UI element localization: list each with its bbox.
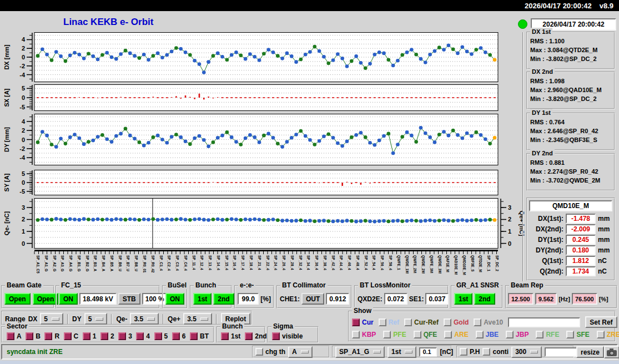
show-gold-checkbox[interactable]: Gold [444, 318, 469, 326]
charge-plot[interactable]: 3210Qe- [nC]3210Qe+ [nC] [0, 198, 525, 249]
bunch-select[interactable]: 1st [387, 346, 416, 358]
sector-a-checkbox[interactable]: A [7, 332, 22, 340]
range-dy-select[interactable]: 5 [84, 313, 108, 325]
show-kbp-checkbox[interactable]: KBP [352, 331, 376, 338]
bunch-1st-checkbox[interactable]: 1st [221, 332, 240, 340]
sy-steering-plot[interactable]: 50-5SY [A] [0, 170, 525, 195]
status-led-icon [518, 19, 527, 29]
fc15-on-button[interactable]: ON [59, 293, 78, 305]
che1-state-button[interactable]: OUT [301, 293, 324, 305]
show-cur-ref-checkbox[interactable]: Cur-Ref [404, 318, 439, 326]
busel-on-button[interactable]: ON [165, 293, 184, 305]
svg-text:SP_A1_C5: SP_A1_C5 [36, 255, 40, 274]
range-qem-label: Qe- [116, 315, 127, 323]
beam-rep-2-readout: 9.562 [535, 293, 557, 305]
sector-2-checkbox[interactable]: 2 [100, 332, 114, 340]
show-group: Show Cur Ref Cur-Ref Gold Ave10 Set Ref … [348, 311, 616, 342]
checkbox-label: SFE [576, 331, 589, 338]
svg-text:SP_A3_G: SP_A3_G [61, 255, 64, 271]
titlebar-version: v8.9 [600, 2, 613, 10]
fc15-stb-button[interactable]: STB [118, 293, 140, 305]
min-line: Min : -2.345@QBF3E_S [527, 135, 614, 144]
rms-line: RMS : 0.764 [527, 118, 614, 127]
sector-3-checkbox[interactable]: 3 [118, 332, 132, 340]
svg-text:QWFE_1: QWFE_1 [396, 255, 401, 270]
range-dy-label: DY [72, 315, 82, 323]
show-jbp-checkbox[interactable]: JBP [506, 331, 529, 338]
stats-title: DY 2nd [530, 149, 555, 157]
svg-text:SP_54_4: SP_54_4 [372, 255, 376, 270]
bunch-2nd-checkbox[interactable]: 2nd [245, 332, 266, 340]
show-cur-checkbox[interactable]: Cur [352, 318, 374, 326]
interval-select[interactable]: 300 [511, 346, 542, 358]
sector-group: Sector A B R C 1 2 3 4 5 6 BT [1, 326, 214, 343]
dy-orbit-plot[interactable]: 420-2-4DY [mm] [0, 114, 525, 165]
sector-6-checkbox[interactable]: 6 [172, 332, 186, 340]
beam-gate-open1-button[interactable]: Open [4, 293, 31, 305]
range-dx-select[interactable]: 5 [40, 313, 63, 325]
svg-text:1: 1 [508, 228, 511, 235]
value-readout: 0.180 [566, 245, 596, 255]
sigma-visible-checkbox[interactable]: visible [272, 332, 303, 340]
show-qfe-checkbox[interactable]: QFE [414, 331, 437, 338]
checkbox-box [383, 331, 391, 338]
svg-text:2: 2 [22, 216, 25, 223]
svg-text:2: 2 [508, 216, 511, 223]
sector-r-checkbox[interactable]: R [44, 332, 59, 340]
gr-a1-snsr-group: GR_A1 SNSR 1st 2nd [451, 285, 503, 309]
aux-input[interactable] [545, 347, 580, 357]
ref-name-input[interactable] [508, 317, 580, 327]
show-jbe-checkbox[interactable]: JBE [476, 331, 499, 338]
gr-a1-2nd-button[interactable]: 2nd [474, 293, 495, 305]
show-ref-checkbox[interactable]: Ref [379, 318, 399, 326]
svg-text:QWDE_1M: QWDE_1M [405, 255, 409, 274]
svg-text:-5: -5 [19, 104, 25, 110]
range-qe-minus-select[interactable]: 3.5 [130, 313, 159, 325]
svg-text:SP_B5_A: SP_B5_A [110, 255, 114, 271]
th-sector-select[interactable]: A [288, 346, 313, 358]
dx-orbit-plot[interactable]: 420-2-4DX [mm] [0, 32, 525, 82]
checkbox-box [272, 332, 280, 340]
ph-checkbox[interactable]: P.H [460, 348, 480, 356]
bunch-2nd-button[interactable]: 2nd [213, 293, 234, 305]
sector-5-checkbox[interactable]: 5 [154, 332, 168, 340]
svg-text:QAF1E_M: QAF1E_M [445, 255, 450, 272]
group-title: GR_A1 SNSR [455, 281, 501, 289]
sector-1-checkbox[interactable]: 1 [83, 332, 97, 340]
threshold-input[interactable] [419, 347, 437, 357]
show-sfe-checkbox[interactable]: SFE [566, 331, 589, 338]
show-ave10-checkbox[interactable]: Ave10 [474, 318, 503, 326]
show-rfe-checkbox[interactable]: RFE [536, 331, 559, 338]
bpm-select[interactable]: SP_A1_G [335, 346, 385, 358]
sector-b-checkbox[interactable]: B [26, 332, 41, 340]
sx-steering-plot[interactable]: 50-5SX [A] [0, 84, 525, 111]
range-qe-plus-select[interactable]: 3.5 [183, 313, 212, 325]
gr-a1-1st-button[interactable]: 1st [454, 293, 472, 305]
chg-th-checkbox[interactable]: chg th [255, 348, 285, 356]
group-title: Sector [5, 322, 29, 330]
sigma-group: Sigma visible [268, 326, 319, 343]
sector-4-checkbox[interactable]: 4 [136, 332, 150, 340]
monitor-row: DY(1st):0.245mm [529, 234, 612, 245]
bpm-axis-labels: SP_A1_C5SP_A1_GSP_A2_GSP_A3_GSP_A4_GSP_B… [0, 249, 525, 284]
set-ref-button[interactable]: Set Ref [585, 316, 617, 328]
show-zre-checkbox[interactable]: ZRE [597, 331, 619, 338]
conti-checkbox[interactable]: conti [482, 348, 509, 356]
beam-gate-open2-button[interactable]: Open [33, 293, 59, 305]
show-are-checkbox[interactable]: ARE [444, 331, 468, 338]
threshold-unit: [nC] [440, 348, 453, 356]
beam-rep-1-readout: 12.500 [508, 293, 534, 305]
resize-button[interactable]: resize [576, 346, 604, 358]
svg-text:QWDE_3M: QWDE_3M [437, 255, 442, 274]
sector-bt-checkbox[interactable]: BT [190, 332, 209, 340]
svg-text:0: 0 [22, 94, 25, 101]
svg-text:SP_46_4: SP_46_4 [348, 255, 351, 270]
stats-title: DY 1st [530, 109, 552, 117]
camera-button[interactable] [604, 346, 619, 358]
show-pfe-checkbox[interactable]: PFE [383, 331, 406, 338]
bunch-1st-button[interactable]: 1st [193, 293, 212, 305]
sector-c-checkbox[interactable]: C [64, 332, 79, 340]
checkbox-box [352, 331, 360, 338]
checkbox-label: R [54, 332, 59, 340]
checkbox-box [506, 331, 514, 338]
